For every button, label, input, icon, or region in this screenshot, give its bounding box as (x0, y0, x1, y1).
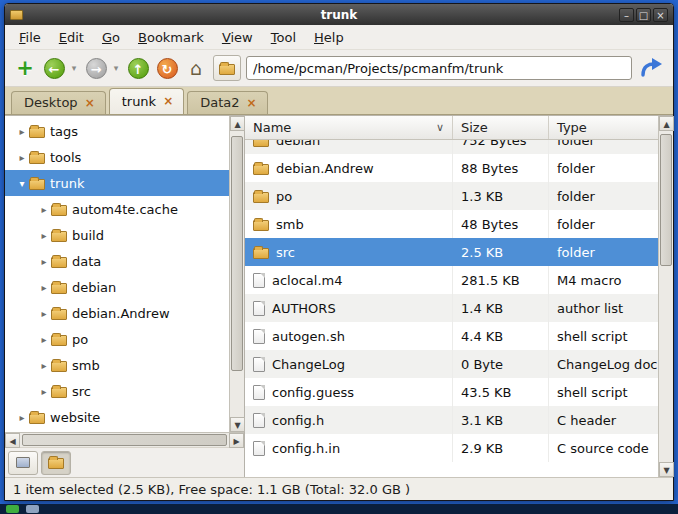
file-size: 2.9 KB (453, 434, 549, 462)
open-folder-button[interactable] (213, 55, 241, 81)
home-button[interactable]: ⌂ (184, 55, 208, 81)
file-row-changelog[interactable]: ChangeLog 0 Byte ChangeLog doc (245, 350, 673, 378)
tree-item-data[interactable]: ▸ data (5, 248, 229, 274)
close-button[interactable]: × (653, 8, 668, 22)
file-row-aclocal-m4[interactable]: aclocal.m4 281.5 KB M4 macro (245, 266, 673, 294)
tree-vertical-scrollbar[interactable]: ▲ ▼ (229, 116, 244, 432)
back-button[interactable]: ← (42, 55, 66, 81)
expander-icon[interactable]: ▸ (37, 386, 51, 397)
expander-icon[interactable]: ▾ (15, 178, 29, 189)
new-tab-button[interactable]: + (13, 55, 37, 81)
file-size: 48 Bytes (453, 210, 549, 238)
folder-icon (51, 387, 67, 398)
menu-file[interactable]: File (11, 27, 49, 48)
expander-icon[interactable]: ▸ (37, 334, 51, 345)
file-row-authors[interactable]: AUTHORS 1.4 KB author list (245, 294, 673, 322)
tree-item-trunk[interactable]: ▾ trunk (5, 170, 229, 196)
scroll-right-icon[interactable]: ▶ (229, 433, 244, 448)
go-button[interactable] (637, 55, 665, 81)
forward-button[interactable]: → (84, 55, 108, 81)
address-bar-input[interactable] (246, 56, 632, 80)
file-type: C source code (549, 434, 673, 462)
forward-history-dropdown[interactable]: ▾ (111, 63, 121, 73)
file-list-vertical-scrollbar[interactable]: ▲ ▼ (658, 116, 673, 477)
tab-trunk[interactable]: trunk × (109, 88, 185, 114)
tree-item-autom4te-cache[interactable]: ▸ autom4te.cache (5, 196, 229, 222)
expander-icon[interactable]: ▸ (15, 412, 29, 423)
menu-go[interactable]: Go (94, 27, 128, 48)
scrollbar-thumb[interactable] (22, 434, 227, 446)
folder-icon (51, 257, 67, 268)
minimize-button[interactable]: – (619, 8, 634, 22)
expander-icon[interactable]: ▸ (37, 256, 51, 267)
sort-indicator-icon[interactable]: ∨ (436, 121, 444, 134)
maximize-button[interactable]: □ (636, 8, 651, 22)
reload-button[interactable]: ↻ (155, 55, 179, 81)
expander-icon[interactable]: ▸ (15, 126, 29, 137)
tree-item-tools[interactable]: ▸ tools (5, 144, 229, 170)
tree-item-debian[interactable]: ▸ debian (5, 274, 229, 300)
file-size: 1.3 KB (453, 182, 549, 210)
menu-edit[interactable]: Edit (51, 27, 92, 48)
file-row-po[interactable]: po 1.3 KB folder (245, 182, 673, 210)
column-header-type[interactable]: Type (549, 116, 673, 139)
file-icon (253, 329, 265, 344)
scroll-down-icon[interactable]: ▼ (659, 462, 674, 477)
tree-item-src[interactable]: ▸ src (5, 378, 229, 404)
scrollbar-thumb[interactable] (660, 134, 672, 266)
column-header-size[interactable]: Size (453, 116, 549, 139)
tree-item-build[interactable]: ▸ build (5, 222, 229, 248)
tab-close-icon[interactable]: × (163, 95, 173, 107)
expander-icon[interactable]: ▸ (37, 360, 51, 371)
folder-icon (253, 220, 269, 231)
file-row-smb[interactable]: smb 48 Bytes folder (245, 210, 673, 238)
file-row-config-h[interactable]: config.h 3.1 KB C header (245, 406, 673, 434)
side-pane-places-button[interactable] (8, 451, 38, 475)
taskbar-icon[interactable] (6, 505, 19, 513)
file-row-autogen-sh[interactable]: autogen.sh 4.4 KB shell script (245, 322, 673, 350)
expander-icon[interactable]: ▸ (15, 152, 29, 163)
file-row-src-selected[interactable]: src 2.5 KB folder (245, 238, 673, 266)
menu-tool[interactable]: Tool (263, 27, 304, 48)
taskbar-icon[interactable] (26, 505, 39, 513)
tree-item-po[interactable]: ▸ po (5, 326, 229, 352)
tree-item-smb[interactable]: ▸ smb (5, 352, 229, 378)
tree-item-website[interactable]: ▸ website (5, 404, 229, 430)
file-row-debian-andrew[interactable]: debian.Andrew 88 Bytes folder (245, 154, 673, 182)
scroll-left-icon[interactable]: ◀ (5, 433, 20, 448)
scroll-up-icon[interactable]: ▲ (230, 116, 245, 131)
file-row-debian[interactable]: debian 752 Bytes folder (245, 140, 673, 154)
file-icon (253, 273, 265, 288)
menu-help[interactable]: Help (306, 27, 352, 48)
menu-bookmark[interactable]: Bookmark (130, 27, 212, 48)
tree-item-tags[interactable]: ▸ tags (5, 118, 229, 144)
scrollbar-thumb[interactable] (231, 136, 243, 371)
status-bar: 1 item selected (2.5 KB), Free space: 1.… (5, 477, 673, 500)
back-history-dropdown[interactable]: ▾ (69, 63, 79, 73)
file-type: author list (549, 294, 673, 322)
titlebar[interactable]: trunk – □ × (5, 4, 673, 25)
up-button[interactable]: ↑ (126, 55, 150, 81)
folder-icon (29, 127, 45, 138)
expander-icon[interactable]: ▸ (37, 308, 51, 319)
tab-close-icon[interactable]: × (247, 97, 257, 109)
directory-tree: ▸ tags ▸ tools ▾ trunk (5, 116, 229, 432)
file-row-config-h-in[interactable]: config.h.in 2.9 KB C source code (245, 434, 673, 462)
tree-horizontal-scrollbar[interactable]: ◀ ▶ (5, 432, 244, 447)
file-type: folder (549, 154, 673, 182)
scroll-up-icon[interactable]: ▲ (659, 116, 674, 131)
file-row-config-guess[interactable]: config.guess 43.5 KB shell script (245, 378, 673, 406)
column-header-name[interactable]: Name ∨ (245, 116, 453, 139)
tab-close-icon[interactable]: × (85, 97, 95, 109)
back-icon: ← (44, 58, 65, 79)
expander-icon[interactable]: ▸ (37, 230, 51, 241)
side-pane-tree-button[interactable] (41, 451, 71, 475)
tree-item-debian-andrew[interactable]: ▸ debian.Andrew (5, 300, 229, 326)
scroll-down-icon[interactable]: ▼ (230, 417, 245, 432)
tab-desktop[interactable]: Desktop × (11, 91, 106, 114)
expander-icon[interactable]: ▸ (37, 204, 51, 215)
menu-view[interactable]: View (214, 27, 261, 48)
file-size: 2.5 KB (453, 238, 549, 266)
expander-icon[interactable]: ▸ (37, 282, 51, 293)
tab-data2[interactable]: Data2 × (187, 91, 267, 114)
